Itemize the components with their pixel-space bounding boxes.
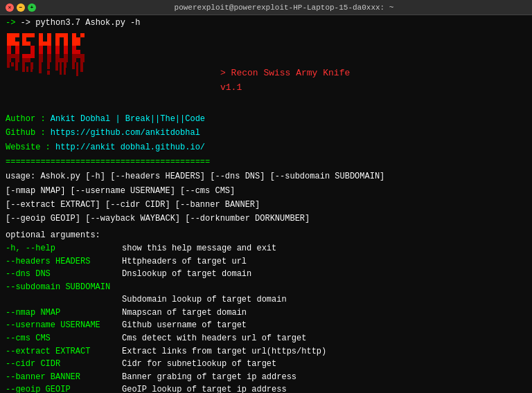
svg-rect-3 [7,42,11,46]
svg-rect-83 [80,54,85,58]
maximize-button[interactable]: + [28,3,36,12]
svg-rect-2 [11,37,15,42]
arg-line: -h, --helpshow this help message and exi… [6,242,526,255]
arg-name: --cidr CIDR [6,358,122,371]
svg-rect-38 [39,37,43,42]
arg-name: --cms CMS [6,332,122,345]
svg-rect-4 [11,42,15,46]
svg-rect-37 [47,33,51,37]
github-label: Github : [6,128,51,138]
close-button[interactable]: ✕ [6,3,14,12]
svg-rect-8 [15,33,19,37]
usage-text-2: [-nmap NMAP] [--username USERNAME] [--cm… [6,186,235,196]
usage-line3: [--extract EXTRACT] [--cidr CIDR] [--ban… [6,198,526,212]
arg-line: --extract EXTRACTExtract links from targ… [6,345,526,358]
tagline-line1: > Recon Swiss Army Knife [220,66,350,81]
svg-rect-40 [39,42,43,46]
args-section: optional arguments: -h, --helpshow this … [6,229,526,393]
svg-rect-20 [11,62,14,66]
svg-rect-71 [64,62,66,68]
svg-rect-36 [39,33,43,37]
svg-rect-66 [64,54,68,58]
svg-rect-22 [26,33,30,37]
svg-rect-13 [7,54,11,58]
arg-name: --subdomain SUBDOMAIN [6,281,122,294]
arg-desc: Httpheaders of target url [122,255,247,268]
arg-line: --subdomain SUBDOMAIN [6,281,526,294]
arg-line: --headers HEADERSHttpheaders of target u… [6,255,526,268]
command-prompt: -> -> python3.7 Ashok.py -h [6,18,526,28]
svg-rect-50 [47,58,51,62]
svg-rect-42 [47,42,51,46]
svg-rect-81 [72,54,76,58]
minimize-button[interactable]: − [17,3,25,12]
svg-rect-23 [30,33,35,37]
svg-rect-49 [39,58,43,62]
svg-rect-92 [76,62,78,76]
arg-desc: Cms detect with headers url of target [122,332,306,345]
svg-rect-58 [64,37,68,42]
svg-rect-90 [60,62,62,75]
svg-rect-45 [39,50,43,54]
svg-rect-32 [22,58,26,62]
github-value: https://github.com/ankitdobhal [51,128,200,138]
svg-rect-28 [30,50,35,54]
arg-line: Subdomain lookup of target domain [6,293,526,307]
svg-rect-73 [80,33,85,37]
arg-desc: Subdomain lookup of target domain [122,293,287,307]
tagline-line2: v1.1 [220,81,350,95]
svg-rect-67 [55,58,60,62]
svg-rect-44 [47,46,51,50]
svg-rect-29 [22,54,26,58]
arg-desc: Extract links from target url(https/http… [122,345,326,358]
window-controls[interactable]: ✕ − + [6,3,36,12]
svg-rect-62 [64,46,68,50]
arg-desc: Github username of target [122,319,247,332]
svg-rect-24 [22,37,26,42]
svg-rect-35 [22,62,25,72]
svg-rect-85 [80,58,85,62]
svg-rect-68 [60,58,64,62]
tagline: > Recon Swiss Army Knife v1.1 [220,66,350,95]
prompt-arrow: -> [6,18,21,28]
svg-rect-7 [11,33,15,37]
arg-line: --cms CMSCms detect with headers url of … [6,332,526,345]
arg-name: --extract EXTRACT [6,345,122,358]
info-block: Author : Ankit Dobhal | Break||The||Code… [6,112,526,154]
svg-rect-14 [11,54,15,58]
arg-desc: Dnslookup of target domain [122,268,251,281]
svg-rect-25 [22,42,26,46]
svg-rect-60 [64,42,68,46]
svg-rect-88 [26,66,28,72]
svg-rect-16 [7,58,11,62]
svg-rect-6 [7,33,11,37]
usage-line4: [--geoip GEOIP] [--wayback WAYBACK] [--d… [6,212,526,226]
arg-desc: Nmapscan of target domain [122,307,247,320]
website-value: http://ankit dobhal.github.io/ [55,143,205,152]
svg-rect-74 [72,37,76,42]
arg-desc: Banner grabing of target ip address [122,371,296,384]
svg-rect-43 [39,46,43,50]
svg-rect-33 [26,58,30,62]
arg-line: --cidr CIDRCidr for subnetlookup of targ… [6,358,526,371]
svg-rect-77 [76,42,80,46]
svg-rect-84 [72,58,76,62]
svg-rect-57 [55,37,60,42]
svg-rect-48 [47,54,51,58]
svg-rect-54 [55,33,60,37]
arg-name: --nmap NMAP [6,307,122,320]
optional-title-text: optional arguments: [6,230,100,240]
svg-rect-1 [7,37,11,42]
arg-name: --username USERNAME [6,319,122,332]
terminal: -> -> python3.7 Ashok.py -h .px { fill: … [0,15,532,393]
arg-name: -h, --help [6,242,122,255]
svg-rect-70 [55,62,58,71]
svg-rect-76 [72,42,76,46]
svg-rect-18 [7,62,10,68]
author-value: Ankit Dobhal | Break||The||Code [51,114,205,124]
svg-rect-21 [22,33,26,37]
svg-rect-12 [15,50,19,54]
svg-rect-10 [15,46,19,50]
svg-rect-47 [39,54,43,58]
titlebar: ✕ − + powerexploit@powerexploit-HP-Lapto… [0,0,532,15]
